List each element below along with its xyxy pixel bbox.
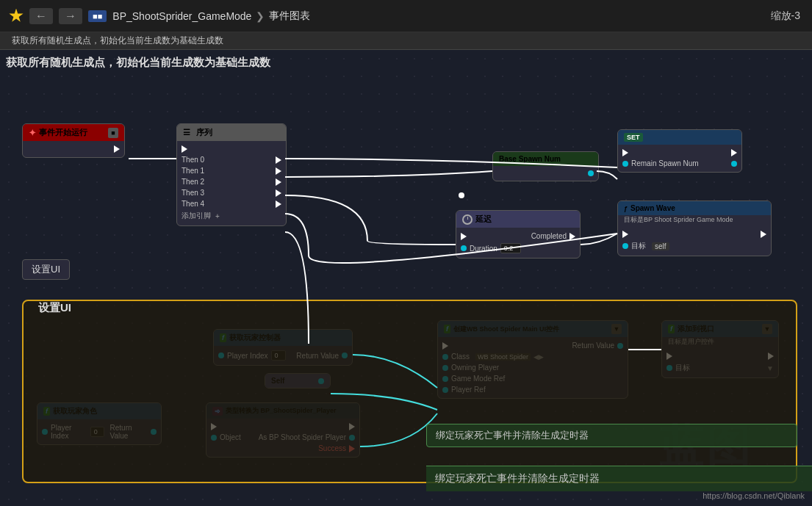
base-spawn-pin <box>493 169 598 178</box>
back-button[interactable]: ← <box>29 8 53 24</box>
canvas-area: 获取所有随机生成点，初始化当前生成数为基础生成数 ✦ 事件开始运行 ■ <box>0 50 812 506</box>
blueprint-icon: ■■ <box>88 10 107 22</box>
sequence-then1: Then 1 <box>177 165 286 176</box>
delay-body: Completed Duration 0.2 <box>456 228 580 258</box>
spawn-wave-target-row: 目标 self <box>618 239 771 253</box>
delay-exec-in <box>461 233 467 240</box>
then1-arrow <box>276 167 281 175</box>
set-in-dot <box>622 161 628 167</box>
then3-label: Then 3 <box>182 189 204 197</box>
delay-duration-input[interactable]: 0.2 <box>500 243 521 253</box>
event-start-output-pin <box>23 144 124 154</box>
spawn-wave-target-label: 目标 <box>631 241 646 251</box>
spawn-wave-node: ƒ Spawn Wave 目标是BP Shoot Sprider Game Mo… <box>617 200 772 256</box>
set-remain-label: Remain Spawn Num <box>631 159 699 167</box>
chevron-icon: ❯ <box>256 10 265 22</box>
base-spawn-body <box>493 166 598 181</box>
then2-label: Then 2 <box>182 178 204 186</box>
sequence-then4: Then 4 <box>177 198 286 209</box>
url-label: https://blog.csdn.net/Qiblank <box>703 491 805 500</box>
spawn-wave-exec-in <box>622 231 628 238</box>
delay-label: 延迟 <box>475 214 492 225</box>
base-spawn-label: Base Spawn Num <box>499 155 561 163</box>
base-spawn-out-dot <box>588 170 594 176</box>
blueprint-name: BP_ShootSprider_GameMode <box>112 10 251 22</box>
event-start-header: ✦ 事件开始运行 ■ <box>23 124 124 141</box>
add-pin-label: 添加引脚 <box>182 211 211 221</box>
then3-arrow <box>276 189 281 197</box>
set-body: Remain Spawn Num <box>618 145 741 172</box>
set-remain-row: Remain Spawn Num <box>618 158 741 169</box>
clock-icon <box>462 214 473 225</box>
sequence-then3: Then 3 <box>177 187 286 198</box>
bottom-label-1-text: 绑定玩家死亡事件并清除生成定时器 <box>436 430 589 441</box>
event-icon: ✦ <box>29 128 36 138</box>
set-exec-out <box>731 149 737 156</box>
event-close-icon[interactable]: ■ <box>108 128 118 138</box>
section-expanded-label: 设置UI <box>35 300 74 317</box>
section-top-label: 获取所有随机生成点，初始化当前生成数为基础生成数 <box>6 56 806 70</box>
set-icon: SET <box>624 133 643 142</box>
then4-arrow <box>276 200 281 208</box>
spawn-wave-f-icon: ƒ <box>624 205 628 212</box>
set-node: SET Remain Spawn Num <box>617 129 742 173</box>
sequence-exec-in <box>177 144 286 154</box>
event-start-node: ✦ 事件开始运行 ■ <box>22 123 125 158</box>
base-spawn-node: Base Spawn Num <box>492 151 599 181</box>
set-exec-row <box>618 148 741 158</box>
exec-out-arrow <box>114 145 120 153</box>
delay-duration-row: Duration 0.2 <box>456 242 580 255</box>
spawn-wave-label: Spawn Wave <box>630 204 675 212</box>
forward-button[interactable]: → <box>59 8 82 24</box>
set-header: SET <box>618 130 741 145</box>
set-out-dot <box>731 161 737 167</box>
spawn-wave-exec-row <box>618 229 771 239</box>
event-start-body <box>23 141 124 157</box>
spawn-wave-target-value: self <box>652 242 669 250</box>
sequence-header: ☰ 序列 <box>177 124 286 141</box>
delay-exec-row: Completed <box>456 231 580 242</box>
bottom-label-2-text: 绑定玩家死亡事件并清除生成定时器 <box>435 472 600 484</box>
then1-label: Then 1 <box>182 167 204 175</box>
delay-completed-label: Completed <box>531 232 567 240</box>
spawn-wave-header: ƒ Spawn Wave <box>618 201 771 215</box>
svg-point-0 <box>459 192 464 198</box>
spawn-wave-subtitle: 目标是BP Shoot Sprider Game Mode <box>618 215 771 226</box>
bottom-label-1: 绑定玩家死亡事件并清除生成定时器 <box>426 424 797 447</box>
sequence-node: ☰ 序列 Then 0 Then 1 Then 2 <box>176 123 287 226</box>
sequence-body: Then 0 Then 1 Then 2 Then 3 Then 4 <box>177 141 286 225</box>
graph-name: 事件图表 <box>269 10 310 23</box>
sequence-label: 序列 <box>196 127 212 138</box>
spawn-wave-target-dot <box>622 243 628 249</box>
star-icon <box>9 9 24 24</box>
sequence-icon: ☰ <box>183 128 190 137</box>
zoom-label: 缩放-3 <box>771 10 800 23</box>
add-pin-icon: + <box>215 212 220 220</box>
delay-node: 延迟 Completed Duration 0.2 <box>456 210 581 259</box>
spawn-wave-body: 目标 self <box>618 226 771 256</box>
delay-header: 延迟 <box>456 211 580 228</box>
sequence-then0: Then 0 <box>177 154 286 165</box>
set-exec-in <box>622 149 628 156</box>
exec-in-arrow <box>182 145 187 153</box>
delay-exec-out <box>570 233 575 240</box>
base-spawn-header: Base Spawn Num <box>493 152 598 166</box>
delay-duration-label: Duration <box>470 245 497 253</box>
delay-duration-dot <box>461 245 467 251</box>
then0-label: Then 0 <box>182 156 204 164</box>
sequence-add-pin[interactable]: 添加引脚 + <box>177 209 286 223</box>
bottom-label-2: 绑定玩家死亡事件并清除生成定时器 <box>426 466 812 491</box>
header-title: BP_ShootSprider_GameMode ❯ 事件图表 <box>112 10 310 23</box>
event-start-label: 事件开始运行 <box>39 127 87 138</box>
tooltip-text: 获取所有随机生成点，初始化当前生成数为基础生成数 <box>12 35 223 47</box>
section-collapsed-label: 设置UI <box>22 259 70 280</box>
header-bar: ← → ■■ BP_ShootSprider_GameMode ❯ 事件图表 缩… <box>0 0 812 32</box>
spawn-wave-exec-out <box>761 231 766 238</box>
sequence-then2: Then 2 <box>177 176 286 187</box>
then0-arrow <box>276 156 281 164</box>
section-expanded: 设置UI <box>22 300 797 483</box>
then4-label: Then 4 <box>182 200 204 208</box>
tooltip-bar: 获取所有随机生成点，初始化当前生成数为基础生成数 <box>0 32 812 50</box>
then2-arrow <box>276 178 281 186</box>
